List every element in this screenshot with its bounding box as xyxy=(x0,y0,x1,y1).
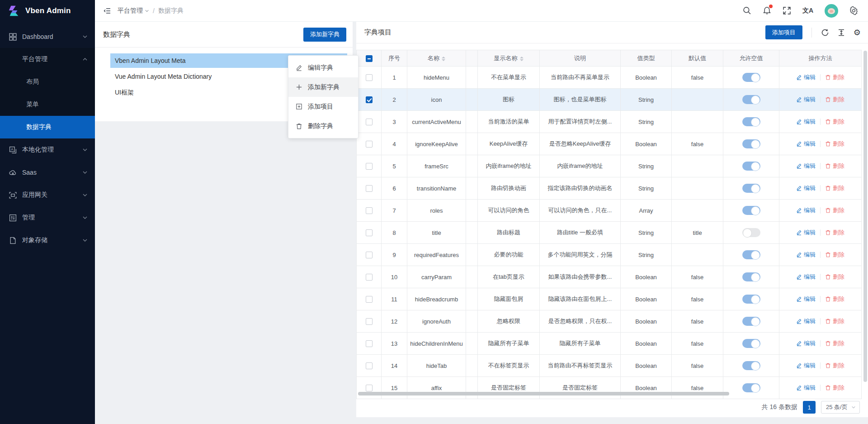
delete-button[interactable]: 删除 xyxy=(825,184,844,192)
horizontal-scrollbar[interactable] xyxy=(358,392,860,395)
scrollbar-thumb[interactable] xyxy=(863,51,867,382)
delete-button[interactable]: 删除 xyxy=(825,273,844,281)
vertical-scrollbar[interactable] xyxy=(863,51,867,395)
nullable-toggle[interactable] xyxy=(742,317,760,326)
add-item-button[interactable]: 添加项目 xyxy=(765,25,802,39)
row-height-icon[interactable] xyxy=(837,29,845,37)
row-checkbox[interactable] xyxy=(366,385,373,391)
nullable-toggle[interactable] xyxy=(742,73,760,82)
row-checkbox[interactable] xyxy=(366,340,373,347)
edit-button[interactable]: 编辑 xyxy=(796,229,816,237)
edit-button[interactable]: 编辑 xyxy=(796,339,816,348)
delete-button[interactable]: 删除 xyxy=(825,295,844,303)
edit-button[interactable]: 编辑 xyxy=(796,73,816,81)
delete-button[interactable]: 删除 xyxy=(825,73,844,81)
app-logo[interactable]: Vben Admin xyxy=(0,0,95,22)
delete-button[interactable]: 删除 xyxy=(825,140,844,148)
row-checkbox[interactable] xyxy=(366,274,373,281)
avatar[interactable] xyxy=(825,4,838,18)
edit-button[interactable]: 编辑 xyxy=(796,95,816,104)
edit-button[interactable]: 编辑 xyxy=(796,273,816,281)
nullable-toggle[interactable] xyxy=(742,184,760,193)
translate-icon[interactable]: 文A xyxy=(802,7,813,15)
delete-button[interactable]: 删除 xyxy=(825,162,844,170)
nullable-toggle[interactable] xyxy=(742,339,760,348)
edit-button[interactable]: 编辑 xyxy=(796,362,816,370)
sidebar-item-gateway[interactable]: 应用网关 xyxy=(0,184,95,206)
row-checkbox[interactable] xyxy=(366,229,373,236)
nullable-toggle[interactable] xyxy=(742,139,760,148)
scrollbar-thumb[interactable] xyxy=(358,392,729,395)
nullable-toggle[interactable] xyxy=(742,361,760,370)
sort-icon[interactable] xyxy=(520,57,524,61)
add-dictionary-button[interactable]: 添加新字典 xyxy=(303,28,346,42)
gear-icon[interactable] xyxy=(849,6,858,15)
delete-button[interactable]: 删除 xyxy=(825,206,844,214)
row-checkbox[interactable] xyxy=(366,141,373,148)
select-all-checkbox[interactable] xyxy=(366,55,373,62)
row-checkbox[interactable] xyxy=(366,207,373,214)
row-checkbox[interactable] xyxy=(366,362,373,369)
nullable-toggle[interactable] xyxy=(742,162,760,171)
sidebar-item-localization[interactable]: A 本地化管理 xyxy=(0,138,95,161)
edit-button[interactable]: 编辑 xyxy=(796,118,816,126)
menu-fold-icon[interactable] xyxy=(103,7,111,14)
edit-button[interactable]: 编辑 xyxy=(796,184,816,192)
sort-icon[interactable] xyxy=(442,57,445,61)
delete-button[interactable]: 删除 xyxy=(825,339,844,348)
delete-button[interactable]: 删除 xyxy=(825,317,844,325)
context-menu-delete-dictionary[interactable]: 删除字典 xyxy=(288,116,358,136)
nullable-toggle[interactable] xyxy=(742,95,760,104)
delete-button[interactable]: 删除 xyxy=(825,95,844,104)
delete-button[interactable]: 删除 xyxy=(825,251,844,259)
edit-button[interactable]: 编辑 xyxy=(796,206,816,214)
delete-button[interactable]: 删除 xyxy=(825,118,844,126)
breadcrumb-parent[interactable]: 平台管理 xyxy=(118,7,149,15)
nullable-toggle[interactable] xyxy=(742,117,760,126)
header-name[interactable]: 名称 xyxy=(407,50,466,67)
delete-button[interactable]: 删除 xyxy=(825,229,844,237)
notification-bell[interactable] xyxy=(763,6,771,15)
row-checkbox[interactable] xyxy=(366,318,373,325)
edit-button[interactable]: 编辑 xyxy=(796,251,816,259)
nullable-toggle[interactable] xyxy=(742,383,760,392)
edit-button[interactable]: 编辑 xyxy=(796,162,816,170)
edit-button[interactable]: 编辑 xyxy=(796,295,816,303)
column-settings-icon[interactable]: ⚙ xyxy=(854,29,861,37)
sidebar-item-layout[interactable]: 布局 xyxy=(0,71,95,93)
row-checkbox[interactable] xyxy=(366,296,373,303)
row-checkbox[interactable] xyxy=(366,163,373,170)
sidebar-item-saas[interactable]: Saas xyxy=(0,161,95,184)
context-menu-edit-dictionary[interactable]: 编辑字典 xyxy=(288,58,358,77)
sidebar-item-admin[interactable]: 管理 xyxy=(0,206,95,229)
nullable-toggle[interactable] xyxy=(742,295,760,304)
nullable-toggle[interactable] xyxy=(742,228,760,237)
edit-button[interactable]: 编辑 xyxy=(796,317,816,325)
sidebar-item-platform[interactable]: 平台管理 xyxy=(0,48,95,71)
delete-button[interactable]: 删除 xyxy=(825,384,844,392)
pagination-page-1[interactable]: 1 xyxy=(803,401,816,414)
nullable-toggle[interactable] xyxy=(742,272,760,281)
edit-button[interactable]: 编辑 xyxy=(796,384,816,392)
sidebar-item-data-dictionary[interactable]: 数据字典 xyxy=(0,116,95,138)
context-menu-add-item[interactable]: 添加项目 xyxy=(288,97,358,116)
row-checkbox[interactable] xyxy=(366,96,373,103)
search-icon[interactable] xyxy=(743,6,751,15)
sidebar-item-menu[interactable]: 菜单 xyxy=(0,93,95,116)
header-display-name[interactable]: 显示名称 xyxy=(478,50,540,67)
sliders-icon xyxy=(9,214,17,222)
row-checkbox[interactable] xyxy=(366,185,373,192)
delete-button[interactable]: 删除 xyxy=(825,362,844,370)
row-checkbox[interactable] xyxy=(366,252,373,258)
edit-button[interactable]: 编辑 xyxy=(796,140,816,148)
fullscreen-icon[interactable] xyxy=(783,6,791,15)
row-checkbox[interactable] xyxy=(366,74,373,81)
page-size-select[interactable]: 25 条/页 xyxy=(821,401,860,414)
refresh-icon[interactable] xyxy=(821,29,829,37)
context-menu-add-dictionary[interactable]: 添加新字典 xyxy=(288,77,358,97)
sidebar-item-object-storage[interactable]: 对象存储 xyxy=(0,229,95,252)
row-checkbox[interactable] xyxy=(366,119,373,125)
nullable-toggle[interactable] xyxy=(742,250,760,259)
nullable-toggle[interactable] xyxy=(742,206,760,215)
sidebar-item-dashboard[interactable]: Dashboard xyxy=(0,25,95,48)
